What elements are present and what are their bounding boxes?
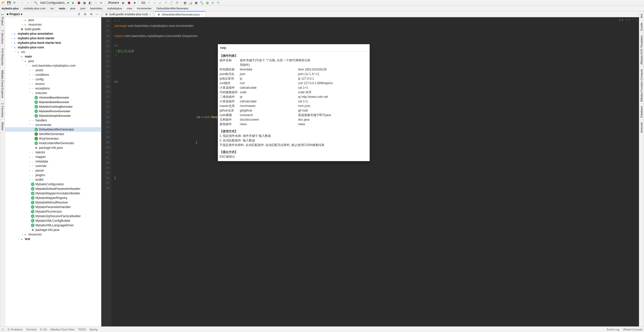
tree-toggle-icon[interactable]: ˅ [25,64,27,67]
collapse-icon[interactable]: ⇵ [77,12,81,16]
popup-plugin-row[interactable]: 计算器插件cal/calculatecal 1+1 [220,99,367,104]
tool-strip-tab[interactable]: Pull Requests [1,46,5,68]
tree-toggle-icon[interactable]: › [28,178,31,181]
tree-node[interactable]: ›▫assist [5,68,101,72]
status-item[interactable]: Event Log [607,328,619,331]
tree-node[interactable]: CAbstractBaseExecutor [5,95,101,100]
tree-node[interactable]: ›▫toolkit [5,177,101,182]
tree-node[interactable]: CMybatisReuseExecutor [5,109,101,114]
tool-strip-tab[interactable]: 2: Favorites [1,101,5,120]
code-line[interactable]: * [114,54,639,59]
popup-plugin-row[interactable]: 二维码插件qrqr http://www.csdn.net [220,95,367,99]
tree-node[interactable]: CDefaultIdentifierGenerator [5,127,101,132]
tree-toggle-icon[interactable]: › [28,83,31,85]
hide-icon[interactable]: — [95,12,100,16]
breadcrumb-item[interactable]: baomidou [90,7,102,10]
code-line[interactable] [114,28,639,33]
tool-strip-tab[interactable]: JRebel [1,120,5,133]
tree-toggle-icon[interactable]: › [28,156,31,158]
git-push-icon[interactable]: ✓ [152,1,157,5]
ide-1-icon[interactable]: ▦ [183,1,187,5]
tree-toggle-icon[interactable]: › [28,78,31,81]
popup-plugin-row[interactable]: curl插件curlcurl 127.0.0.1:8080/api/xx [220,81,367,85]
breadcrumb-item[interactable]: java [70,7,75,10]
code-line[interactable]: package com.baomidou.mybatisplus.core.in… [114,23,639,28]
tree-node[interactable]: CMybatisBatchExecutor [5,100,101,104]
tree-node[interactable]: CImadcnIdentifierGenerator [5,141,101,145]
ide-4-icon[interactable]: ▦ [205,1,209,5]
tree-toggle-icon[interactable]: › [11,42,13,44]
build-icon[interactable]: 🔨 [33,1,38,5]
undo-icon[interactable]: ← [20,1,25,5]
tree-node[interactable]: ›▫config [5,77,101,82]
tree-node[interactable]: ˅▸java [5,59,101,63]
breadcrumb-item[interactable]: main [59,7,65,10]
tree-toggle-icon[interactable]: ˅ [18,55,20,58]
code-line[interactable] [114,69,639,74]
git-update-icon[interactable]: ↙ [158,1,163,5]
tree-toggle-icon[interactable]: › [28,169,31,172]
popup-plugin-row[interactable]: json格式化jsonjson {'a':1,'b':'c'} [220,72,367,76]
code-line[interactable] [114,39,639,44]
tree-node[interactable]: ›▫injector [5,150,101,155]
popup-plugin-row[interactable]: 代码搜索插件codecode 排序 [220,90,367,95]
tree-toggle-icon[interactable]: › [11,37,13,40]
tree-toggle-icon[interactable]: ˅ [21,60,24,63]
tree-toggle-icon[interactable]: › [28,87,31,90]
breadcrumb-item[interactable]: src [50,7,54,10]
status-item[interactable]: JRebel Console [623,328,642,331]
project-tree[interactable]: ›▸java›▸resources⬢build.gradle›▸mybatis-… [5,17,101,326]
select-open-icon[interactable]: ⊕ [83,12,87,16]
tree-node[interactable]: ›▸test [5,237,101,241]
gear-icon[interactable]: ⚙ [89,12,93,16]
tree-node[interactable]: IIKeyGenerator [5,136,101,141]
status-item[interactable]: Alibaba Cloud View [50,328,74,331]
tree-node[interactable]: ›▫enums [5,82,101,86]
tree-toggle-icon[interactable]: › [28,151,31,154]
tree-node[interactable]: CMybatisSqlSessionFactoryBuilder [5,214,101,218]
close-icon[interactable]: × [201,13,203,16]
tree-toggle-icon[interactable]: ˅ [28,124,31,126]
git-rollback-icon[interactable]: ↺ [175,1,179,5]
tree-toggle-icon[interactable]: › [11,32,13,35]
code-line[interactable] [114,160,639,165]
code-line[interactable] [114,89,639,94]
tree-node[interactable]: ˅▫incrementer [5,123,101,127]
code-line[interactable] [114,165,639,170]
tree-toggle-icon[interactable]: › [21,19,24,22]
code-line[interactable] [114,109,639,115]
tree-node[interactable]: ˅▫com.baomidou.mybatisplus.core [5,63,101,68]
save-icon[interactable]: 💾 [7,1,11,5]
code-line[interactable]: import com.baomidou.mybatisplus.core.too… [114,33,639,39]
tree-node[interactable]: ›▸mybatis-plus-boot-starter-test [5,41,101,45]
tool-strip-tab[interactable]: Alibaba Function Compute [639,67,643,104]
tree-node[interactable]: ›▫parser [5,168,101,173]
close-icon[interactable]: × [149,13,151,16]
tree-node[interactable]: ›▸mybatis-plus-boot-starter [5,36,101,41]
tree-node[interactable]: 🗎package-info.java [5,228,101,232]
tree-node[interactable]: CMybatisMapperAnnotationBuilder [5,191,101,196]
code-line[interactable] [114,94,639,99]
tree-node[interactable]: ›▫override [5,164,101,168]
tree-toggle-icon[interactable]: › [28,160,31,163]
jrebel-run-icon[interactable]: ▶ [121,1,126,5]
git-pull-icon[interactable]: ↗ [164,1,168,5]
breadcrumb-item[interactable]: com [80,7,85,10]
jrebel-debug-icon[interactable]: 🐞 [127,1,131,5]
code-line[interactable] [114,59,639,64]
tool-strip-tab[interactable]: Alibaba Cloud Explorer [1,68,5,101]
breadcrumb-item[interactable]: mybatis-plus-core [24,7,46,10]
tree-node[interactable]: ›▫metadata [5,159,101,164]
popup-plugin-row[interactable]: maven仓库mvn/mavenmvn json [220,104,367,108]
tree-toggle-icon[interactable]: › [21,233,24,236]
tree-toggle-icon[interactable]: ˅ [28,92,31,95]
code-line[interactable]: } [114,175,639,180]
tool-strip-tab[interactable]: leetcode [639,120,643,135]
jrebel-dropdown[interactable]: JRebel ▾ [107,1,120,5]
tool-strip-tab[interactable]: 7: Structure [1,28,5,46]
code-line[interactable] [114,125,639,130]
redo-icon[interactable]: → [26,1,30,5]
tree-node[interactable]: ›▫exceptions [5,86,101,91]
breadcrumb-item[interactable]: incrementer [137,7,152,10]
code-line[interactable] [114,186,639,191]
